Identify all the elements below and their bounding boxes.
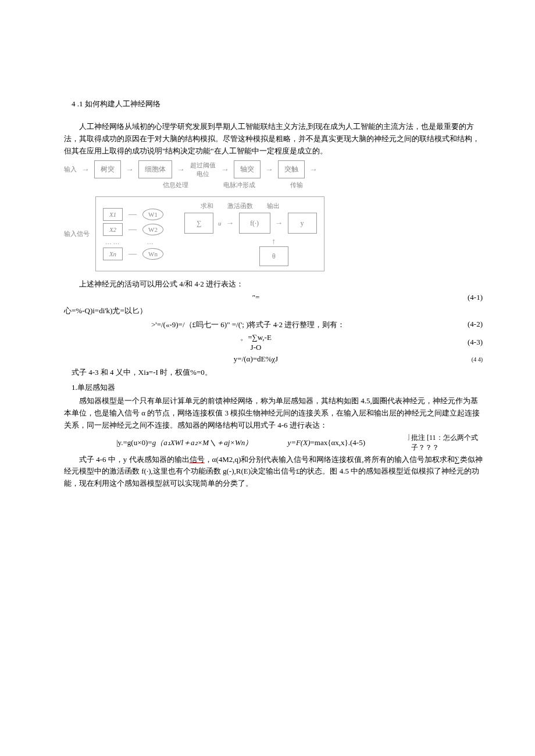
wn-oval: Wn xyxy=(142,248,163,260)
eq-num-4-3: (4-3) xyxy=(448,338,483,347)
x1-box: X1 xyxy=(103,208,123,221)
arrow-icon: → xyxy=(177,165,185,174)
eq-line2: 心=%-Q)i=di'k)尤=以匕） xyxy=(64,306,483,316)
arrow-icon: → xyxy=(81,165,90,174)
axon-box: 轴突 xyxy=(234,160,261,178)
intro-paragraph: 人工神经网络从域初的心理学研究发展到早期人工智能联结主义方法,到现在成为人工智能… xyxy=(64,121,483,157)
cellbody-box: 细胞体 xyxy=(138,160,172,178)
x2-box: X2 xyxy=(103,223,123,236)
underlined-word: 信号 xyxy=(190,455,205,464)
subhead-perceptron: 1.单层感知器 xyxy=(64,382,483,393)
eq-num-4-2: (4-2) xyxy=(448,320,483,329)
out-header: 输出 xyxy=(267,202,280,210)
perceptron-para: 感知器模型是一个只有单层计算单元的前馈神经网络，称为单层感知器，其结构如图 4.… xyxy=(64,395,483,431)
arrow-icon: → xyxy=(226,218,234,228)
eq-u: ″= xyxy=(64,293,448,302)
arrow-icon: → xyxy=(265,165,273,174)
eq-4-4: y=/(α)=dE%χJ xyxy=(64,354,448,364)
w1-oval: W1 xyxy=(142,209,163,220)
act-header: 激活函数 xyxy=(227,202,253,210)
formula-4-5-right: y=F(X)=max{αx,x}.(4-5) xyxy=(287,438,365,447)
w2-oval: W2 xyxy=(142,224,163,235)
theta-box: θ xyxy=(259,246,288,266)
input-label: 输入 xyxy=(64,165,77,174)
para3a: 式子 4-6 中，y 代表感知器的输出 xyxy=(79,455,190,464)
input-signal-label: 输入信号 xyxy=(64,230,90,238)
f-box: f(·) xyxy=(239,213,270,234)
synapse-box: 突触 xyxy=(278,160,305,178)
xn-box: Xn xyxy=(103,248,123,260)
eq-num-4-1: (4-1) xyxy=(448,293,483,302)
arrow-icon: — xyxy=(129,225,137,234)
pulse-form-label: 电脉冲形成 xyxy=(223,181,255,189)
sum-header: 求和 xyxy=(201,202,213,210)
eq-line3: >'=/(«-9)=/（£吗七一 6)" =/('; )将式子 4·2 进行整理… xyxy=(64,320,448,330)
arrow-icon: → xyxy=(126,165,134,174)
section-title: 4 .1 如何构建人工神经网络 xyxy=(64,99,483,109)
arrow-icon: — xyxy=(129,210,137,219)
transmit-label: 传输 xyxy=(290,181,303,189)
dots-label: … … xyxy=(103,238,122,245)
comment-text: 批注 [11：怎么两个式子？？？ xyxy=(411,433,483,453)
bracket-icon: ⌋ xyxy=(407,433,410,453)
formula-4-5-left: |y.=g(u×0)= xyxy=(116,438,152,447)
formula-4-5-row: |y.=g(u×0)=g（a₁XWl＋a₂×M＼＋aj×Wn） y=F(X)=m… xyxy=(64,438,483,448)
eq-4-3a: 。=∑w,-E xyxy=(64,332,448,343)
neuron-flow-diagram: 输入 → 树突 → 细胞体 → 超过阈值电位 → 轴突 → 突触 → 信息处理 … xyxy=(64,160,483,189)
up-arrow-icon: ↑ xyxy=(272,237,276,246)
arrow-icon: → xyxy=(275,218,283,228)
threshold-label: 超过阈值电位 xyxy=(190,161,216,178)
dendrite-box: 树突 xyxy=(94,160,121,178)
eq-num-4-4: (4 4) xyxy=(448,356,483,363)
arrow-icon: — xyxy=(129,249,137,259)
y-box: y xyxy=(288,213,317,234)
activity-line: 上述神经元的活动可以用公式 4/和 4·2 进行表达： xyxy=(64,278,483,291)
u-label: u xyxy=(218,220,222,227)
eq-4-3b: J-O xyxy=(64,343,448,352)
info-proc-label: 信息处理 xyxy=(163,181,188,189)
arrow-icon: → xyxy=(221,165,229,174)
formula-4-5-mid: g（a₁XWl＋a₂×M＼＋aj×Wn） xyxy=(152,438,253,447)
arrow-icon: → xyxy=(309,165,318,174)
comment-annotation: ⌋ 批注 [11：怎么两个式子？？？ xyxy=(407,433,483,453)
artificial-neuron-diagram: 输入信号 X1 — W1 X2 — W2 … … xyxy=(64,196,483,271)
sigma-box: ∑ xyxy=(184,213,213,234)
eq-note: 式子 4-3 和 4 乂中，Xi₃=-I 时，权值%=0。 xyxy=(64,367,483,378)
explain-para: 式子 4-6 中，y 代表感知器的输出信号，α(4M2,q)和分别代表输入信号和… xyxy=(64,454,483,490)
